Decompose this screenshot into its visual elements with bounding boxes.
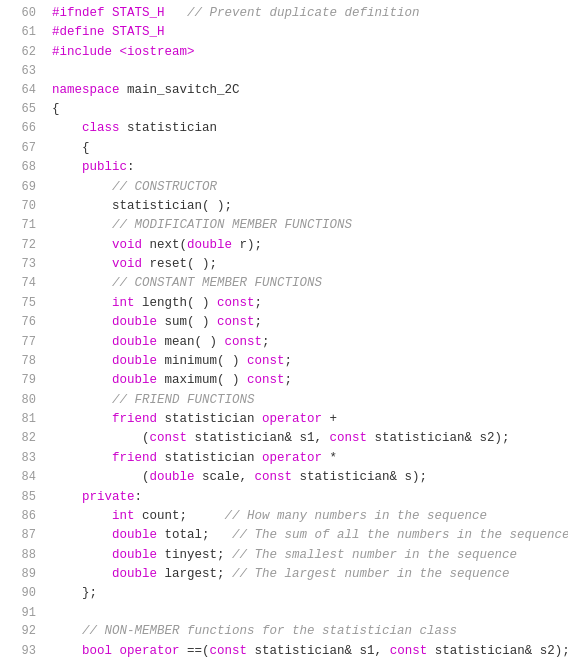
- token-id: [52, 276, 112, 290]
- token-kw: double: [150, 470, 195, 484]
- token-kw: const: [210, 644, 248, 658]
- token-id: [52, 296, 112, 310]
- line-number: 62: [8, 43, 36, 62]
- token-kw: double: [112, 548, 157, 562]
- token-kw: operator: [262, 412, 322, 426]
- token-id: [52, 451, 112, 465]
- code-line: 79 double maximum( ) const;: [0, 371, 568, 390]
- code-line: 67 {: [0, 139, 568, 158]
- token-cm: // Prevent duplicate definition: [165, 6, 420, 20]
- token-kw: const: [247, 354, 285, 368]
- token-kw: const: [217, 315, 255, 329]
- token-id: ;: [255, 315, 263, 329]
- token-id: statistician: [157, 412, 262, 426]
- line-number: 88: [8, 546, 36, 565]
- line-content: class statistician: [52, 119, 560, 138]
- token-id: statistician& s1,: [187, 431, 330, 445]
- token-id: length( ): [135, 296, 218, 310]
- line-number: 66: [8, 119, 36, 138]
- line-content: // NON-MEMBER functions for the statisti…: [52, 622, 560, 641]
- line-number: 69: [8, 178, 36, 197]
- line-number: 72: [8, 236, 36, 255]
- token-cm: // CONSTANT MEMBER FUNCTIONS: [112, 276, 322, 290]
- token-kw: double: [112, 315, 157, 329]
- token-id: statistician& s);: [292, 470, 427, 484]
- code-line: 68 public:: [0, 158, 568, 177]
- token-kw: double: [112, 354, 157, 368]
- token-id: next(: [142, 238, 187, 252]
- token-id: [52, 121, 82, 135]
- line-content: void next(double r);: [52, 236, 560, 255]
- token-id: :: [135, 490, 143, 504]
- token-kw: int: [112, 509, 135, 523]
- token-kw: const: [150, 431, 188, 445]
- line-content: (const statistician& s1, const statistic…: [52, 429, 560, 448]
- line-number: 81: [8, 410, 36, 429]
- token-kw: friend: [112, 412, 157, 426]
- token-kw: int: [112, 296, 135, 310]
- token-id: ==(: [180, 644, 210, 658]
- token-id: statistician& s2);: [427, 644, 568, 658]
- token-kw: const: [390, 644, 428, 658]
- token-id: r);: [232, 238, 262, 252]
- code-line: 70 statistician( );: [0, 197, 568, 216]
- line-content: (double scale, const statistician& s);: [52, 468, 560, 487]
- code-line: 61#define STATS_H: [0, 23, 568, 42]
- line-number: 85: [8, 488, 36, 507]
- token-id: ;: [255, 296, 263, 310]
- token-cm: // How many numbers in the sequence: [225, 509, 488, 523]
- code-line: 60#ifndef STATS_H // Prevent duplicate d…: [0, 4, 568, 23]
- line-number: 74: [8, 274, 36, 293]
- token-id: scale,: [195, 470, 255, 484]
- token-kw: operator: [262, 451, 322, 465]
- code-line: 83 friend statistician operator *: [0, 449, 568, 468]
- code-line: 74 // CONSTANT MEMBER FUNCTIONS: [0, 274, 568, 293]
- token-kw: const: [225, 335, 263, 349]
- line-content: double tinyest; // The smallest number i…: [52, 546, 560, 565]
- token-id: [52, 238, 112, 252]
- line-content: #ifndef STATS_H // Prevent duplicate def…: [52, 4, 560, 23]
- token-kw: double: [112, 335, 157, 349]
- line-number: 77: [8, 333, 36, 352]
- token-id: (: [52, 470, 150, 484]
- code-line: 93 bool operator ==(const statistician& …: [0, 642, 568, 658]
- token-pp: #ifndef STATS_H: [52, 6, 165, 20]
- code-line: 77 double mean( ) const;: [0, 333, 568, 352]
- line-content: // CONSTANT MEMBER FUNCTIONS: [52, 274, 560, 293]
- code-line: 82 (const statistician& s1, const statis…: [0, 429, 568, 448]
- line-number: 75: [8, 294, 36, 313]
- token-id: main_savitch_2C: [120, 83, 240, 97]
- line-content: bool operator ==(const statistician& s1,…: [52, 642, 568, 658]
- token-id: [52, 509, 112, 523]
- token-id: largest;: [157, 567, 232, 581]
- token-cm: // The largest number in the sequence: [232, 567, 510, 581]
- line-number: 70: [8, 197, 36, 216]
- line-content: #define STATS_H: [52, 23, 560, 42]
- token-id: mean( ): [157, 335, 225, 349]
- token-id: [52, 335, 112, 349]
- token-id: ;: [285, 354, 293, 368]
- line-number: 73: [8, 255, 36, 274]
- line-content: int count; // How many numbers in the se…: [52, 507, 560, 526]
- token-kw: double: [112, 528, 157, 542]
- token-id: [52, 160, 82, 174]
- token-cm: // NON-MEMBER functions for the statisti…: [82, 624, 457, 638]
- token-id: reset( );: [142, 257, 217, 271]
- line-content: namespace main_savitch_2C: [52, 81, 560, 100]
- token-pp: #include <iostream>: [52, 45, 195, 59]
- line-number: 89: [8, 565, 36, 584]
- token-cm: // The smallest number in the sequence: [232, 548, 517, 562]
- token-kw: bool: [82, 644, 112, 658]
- token-kw: double: [112, 373, 157, 387]
- code-line: 90 };: [0, 584, 568, 603]
- token-id: ;: [262, 335, 270, 349]
- token-cm: // CONSTRUCTOR: [112, 180, 217, 194]
- code-line: 92 // NON-MEMBER functions for the stati…: [0, 622, 568, 641]
- line-number: 76: [8, 313, 36, 332]
- token-id: [52, 528, 112, 542]
- line-content: double sum( ) const;: [52, 313, 560, 332]
- token-id: maximum( ): [157, 373, 247, 387]
- line-number: 82: [8, 429, 36, 448]
- token-id: ;: [285, 373, 293, 387]
- token-kw: friend: [112, 451, 157, 465]
